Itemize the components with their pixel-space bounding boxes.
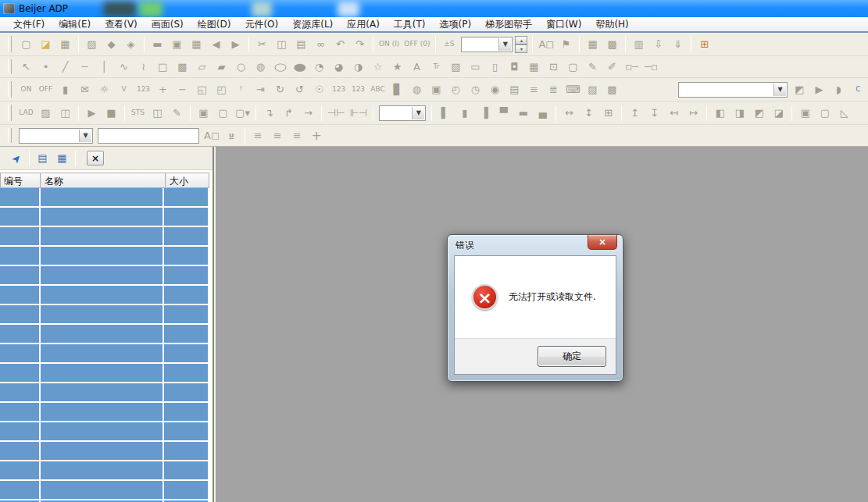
filled-circle-tool-icon[interactable]: ◍: [251, 58, 270, 76]
voltage-icon[interactable]: V: [114, 80, 134, 98]
brush-tool-icon[interactable]: ✐: [602, 58, 622, 76]
table-row[interactable]: [0, 188, 208, 206]
hline-tool-icon[interactable]: ─: [75, 58, 95, 76]
state-spinner[interactable]: ▴▾: [515, 36, 527, 53]
bulb-icon[interactable]: ☉: [309, 80, 329, 98]
macro-combo[interactable]: ▼: [678, 82, 788, 98]
numeric-entry-icon[interactable]: 123: [348, 80, 368, 98]
filled-star-tool-icon[interactable]: ★: [388, 58, 407, 76]
half-pie-tool-icon[interactable]: ◑: [348, 58, 368, 76]
forward-icon[interactable]: ▶: [226, 35, 245, 53]
table-row[interactable]: [0, 442, 208, 460]
table-row[interactable]: [0, 286, 208, 304]
paste-icon[interactable]: ▤: [291, 35, 311, 53]
decrement-icon[interactable]: −: [173, 80, 192, 98]
table-row[interactable]: [0, 266, 208, 284]
table-row[interactable]: [0, 383, 208, 401]
polyline-tool-icon[interactable]: ∿: [114, 58, 134, 76]
detail-view-icon[interactable]: ▦: [52, 149, 72, 167]
lock-icon[interactable]: ▣: [194, 104, 213, 122]
pen-tool-icon[interactable]: ✎: [583, 58, 602, 76]
tag-star-icon[interactable]: ◈: [121, 35, 141, 53]
menu-item-8[interactable]: 应用(A): [340, 16, 387, 33]
copy-status-icon[interactable]: ◫: [148, 104, 167, 122]
text-align-right-icon[interactable]: ≡: [288, 126, 307, 144]
table-row[interactable]: [0, 208, 208, 226]
properties-icon[interactable]: ▨: [82, 35, 102, 53]
message-display-icon[interactable]: ▤: [505, 80, 524, 98]
pin-icon[interactable]: ➤: [6, 149, 26, 167]
button-tool-icon[interactable]: ▭: [466, 58, 485, 76]
send-backward-icon[interactable]: ◪: [769, 104, 788, 122]
text-align-left-icon[interactable]: ≡: [248, 126, 268, 144]
screen-grid-icon[interactable]: ▦: [187, 35, 206, 53]
star-tool-icon[interactable]: ☆: [368, 58, 388, 76]
move-left-icon[interactable]: ↤: [664, 104, 684, 122]
table-row[interactable]: [0, 227, 208, 245]
save-file-icon[interactable]: ▦: [55, 35, 75, 53]
same-size-icon[interactable]: ⊞: [598, 104, 618, 122]
on-lamp-icon[interactable]: ON: [16, 80, 36, 98]
cut-icon[interactable]: ✂: [252, 35, 272, 53]
text-tool-icon[interactable]: A: [407, 58, 427, 76]
menu-item-5[interactable]: 绘图(D): [191, 16, 238, 33]
column-header-大小[interactable]: 大小: [166, 173, 209, 188]
ascii-display-icon[interactable]: ABC: [368, 80, 388, 98]
unlock-icon[interactable]: ▢: [213, 104, 233, 122]
copy-icon[interactable]: ◫: [272, 35, 291, 53]
grid-settings-icon[interactable]: ▩: [602, 35, 622, 53]
find-icon[interactable]: ∞: [311, 35, 330, 53]
lamp-icon[interactable]: ✉: [75, 80, 95, 98]
connector-in-tool-icon[interactable]: ─▫: [641, 58, 661, 76]
table-row[interactable]: [0, 403, 208, 421]
menu-item-4[interactable]: 画面(S): [145, 16, 191, 33]
menu-item-6[interactable]: 元件(O): [238, 16, 285, 33]
table-row[interactable]: [0, 481, 208, 499]
column-header-编号[interactable]: 编号: [0, 173, 41, 188]
back-icon[interactable]: ◀: [206, 35, 226, 53]
numeric-display-icon[interactable]: 123: [329, 80, 348, 98]
text-align-center-icon[interactable]: ≡: [268, 126, 288, 144]
table-row[interactable]: [0, 247, 208, 265]
table-row[interactable]: [0, 305, 208, 323]
freeform-tool-icon[interactable]: ≀: [134, 58, 153, 76]
font-tool-icon[interactable]: Tr: [427, 58, 446, 76]
close-panel-button[interactable]: ×: [87, 151, 104, 166]
font-combo[interactable]: ▼: [19, 128, 93, 144]
align-middle-icon[interactable]: ▬: [513, 104, 533, 122]
ruler-tool-icon[interactable]: ▯: [485, 58, 505, 76]
menu-item-12[interactable]: 窗口(W): [539, 16, 588, 33]
ladder-view-icon[interactable]: ▨: [36, 104, 55, 122]
bring-front-icon[interactable]: ◧: [710, 104, 730, 122]
arc-tool-icon[interactable]: ◔: [309, 58, 329, 76]
same-height-icon[interactable]: ↕: [579, 104, 598, 122]
align-bottom-icon[interactable]: ▄: [533, 104, 552, 122]
route-down-icon[interactable]: ↴: [259, 104, 279, 122]
open-file-icon[interactable]: ◪: [36, 35, 55, 53]
clock-icon[interactable]: ◷: [466, 80, 485, 98]
folder-open-icon[interactable]: ◰: [212, 80, 231, 98]
download-project-icon[interactable]: ⇩: [648, 35, 668, 53]
filled-rect-tool-icon[interactable]: ▩: [173, 58, 192, 76]
text-field-icon[interactable]: A◻: [536, 35, 556, 53]
numeric-loop-icon[interactable]: ↻: [270, 80, 290, 98]
keypad-icon[interactable]: ⌨: [563, 80, 583, 98]
text-input[interactable]: [98, 128, 199, 144]
text-style-icon[interactable]: A◻: [202, 126, 222, 144]
menu-item-10[interactable]: 选项(P): [433, 16, 479, 33]
alarm-icon[interactable]: !: [231, 80, 251, 98]
lad-icon[interactable]: LAD: [16, 104, 36, 122]
send-back-icon[interactable]: ◨: [730, 104, 749, 122]
set-state-button[interactable]: ±S: [439, 35, 459, 53]
column-header-名称[interactable]: 名称: [41, 173, 166, 188]
off-state-button[interactable]: OFF (0): [402, 35, 432, 53]
edit-status-icon[interactable]: ✎: [167, 104, 187, 122]
goto-screen-icon[interactable]: ⇥: [251, 80, 270, 98]
dropdown-display-icon[interactable]: ≣: [544, 80, 563, 98]
align-left-icon[interactable]: ▌: [435, 104, 455, 122]
dial-icon[interactable]: ☼: [95, 80, 114, 98]
move-right-icon[interactable]: ↦: [684, 104, 703, 122]
route-right-icon[interactable]: →: [298, 104, 318, 122]
select-tool-icon[interactable]: ↖: [16, 58, 36, 76]
menu-item-7[interactable]: 资源库(L): [285, 16, 340, 33]
